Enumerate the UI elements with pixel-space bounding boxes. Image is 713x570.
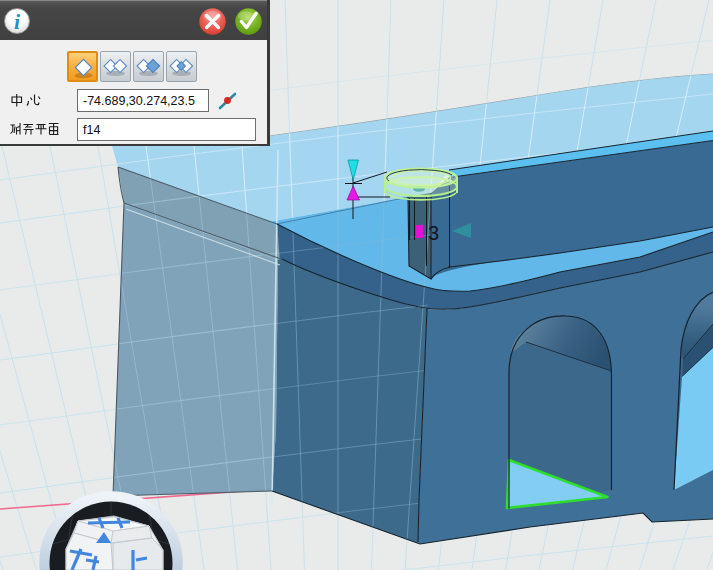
svg-text:3: 3 bbox=[428, 222, 439, 244]
